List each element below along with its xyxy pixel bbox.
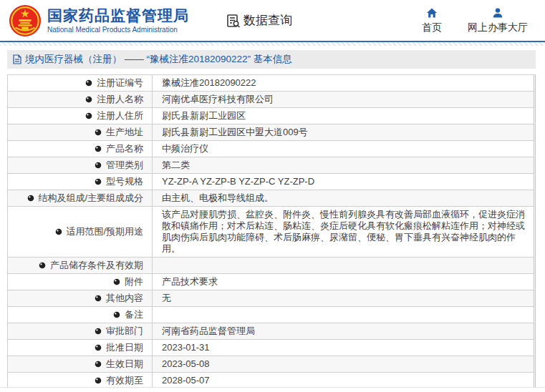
row-label-text: 注册证编号 [97,77,143,88]
row-value: 尉氏县新尉工业园区 [153,108,535,124]
note-icon [95,361,102,368]
nav-item-label: 首页 [422,21,442,34]
row-label-text: 附件 [125,276,143,287]
nav-item-label: 网上办事大厅 [468,21,528,34]
national-emblem-logo [9,4,42,37]
row-value [153,307,535,323]
data-query-icon [226,14,241,28]
row-label: 批准日期 [8,340,153,356]
row-value: 中频治疗仪 [153,141,535,157]
row-label-text: 生效日期 [106,358,143,369]
row-label: 产品储存条件及有效期 [8,258,153,274]
table-row: 其他内容 无 [8,290,535,307]
row-label: 注册证编号 [8,75,153,92]
top-nav: 首页 网上办事大厅 [422,7,535,34]
row-value: 产品技术要求 [153,274,535,290]
row-label: 型号规格 [8,174,153,190]
row-label: 适用范围/预期用途 [8,207,153,258]
top-bar: 国家药品监督管理局 National Medical Products Admi… [0,0,545,41]
nav-item-service-hall[interactable]: 网上办事大厅 [468,7,528,34]
row-label-text: 型号规格 [106,176,143,187]
section-title-bar: 境内医疗器械（注册） —— “豫械注准20182090222” 基本信息 [7,50,536,69]
note-icon [85,96,92,103]
row-label-text: 批准日期 [106,342,143,353]
table-row: 注册人名称 河南优卓医疗科技有限公司 [8,92,535,108]
row-label-text: 生产地址 [106,127,143,137]
row-value: 该产品对腰肌劳损、盆腔炎、附件炎、慢性前列腺炎具有改善局部血液循环，促进炎症消散… [153,207,535,258]
row-value: 河南优卓医疗科技有限公司 [153,92,535,108]
note-icon [95,162,102,169]
note-icon [95,328,102,335]
row-label-text: 适用范围/预期用途 [66,226,143,237]
table-row: 注册人住所 尉氏县新尉工业园区 [8,108,535,124]
note-icon [85,79,92,87]
row-label: 其他内容 [8,290,153,307]
row-label-text: 其他内容 [106,293,143,303]
org-name-cn: 国家药品监督管理局 [47,7,189,24]
document-icon [13,54,21,64]
note-icon [85,112,92,119]
table-row: 产品储存条件及有效期 [8,258,535,274]
note-icon [55,228,62,235]
row-label: 注册人名称 [8,92,153,108]
table-row: 批准日期 2023-01-31 [8,340,535,356]
row-label-text: 产品储存条件及有效期 [50,260,143,270]
note-icon [95,178,102,185]
note-icon [95,129,102,136]
row-label: 备注 [8,307,153,323]
row-value: YZ-ZP-A YZ-ZP-B YZ-ZP-C YZ-ZP-D [153,174,535,190]
table-row: 产品名称 中频治疗仪 [8,141,535,157]
note-icon [95,344,102,351]
info-table: 注册证编号 豫械注准20182090222 注册人名称 河南优卓医疗科技有限公司… [7,74,536,392]
org-title-block: 国家药品监督管理局 National Medical Products Admi… [47,7,189,34]
note-icon [95,295,102,302]
row-label: 生产地址 [8,124,153,141]
home-icon [426,7,438,19]
table-row: 结构及组成/主要组成成分 由主机、电极和导线组成。 [8,190,535,207]
row-value [153,258,535,274]
row-label: 附件 [8,274,153,290]
row-label: 生效日期 [8,356,153,373]
note-icon [95,377,102,384]
table-row: 生效日期 2023-05-08 [8,356,535,373]
row-value: 2023-01-31 [153,340,535,356]
row-label: 产品名称 [8,141,153,157]
table-row: 附件 产品技术要求 [8,274,535,290]
table-row: 型号规格 YZ-ZP-A YZ-ZP-B YZ-ZP-C YZ-ZP-D [8,174,535,190]
table-row: 生产地址 尉氏县新尉工业园区中盟大道009号 [8,124,535,141]
table-row: 审批部门 河南省药品监督管理局 [8,323,535,340]
row-label-text: 有效期至 [106,375,143,386]
footer-strip [0,387,545,392]
row-value: 由主机、电极和导线组成。 [153,190,535,207]
row-label-text: 审批部门 [106,325,143,336]
page-title: 境内医疗器械（注册） —— “豫械注准20182090222” 基本信息 [25,53,292,66]
row-value: 尉氏县新尉工业园区中盟大道009号 [153,124,535,141]
row-label-text: 备注 [125,309,143,320]
nav-item-home[interactable]: 首页 [422,7,442,34]
row-label: 管理类别 [8,157,153,174]
user-icon [492,7,503,19]
row-value: 无 [153,290,535,307]
row-label: 结构及组成/主要组成成分 [8,190,153,207]
table-row: 适用范围/预期用途 该产品对腰肌劳损、盆腔炎、附件炎、慢性前列腺炎具有改善局部血… [8,207,535,258]
row-label-text: 管理类别 [106,160,143,170]
row-label-text: 注册人名称 [97,94,143,104]
row-label-text: 注册人住所 [97,110,143,121]
table-row: 管理类别 第二类 [8,157,535,174]
row-value: 豫械注准20182090222 [153,75,535,92]
data-query-button[interactable]: 数据查询 [226,12,292,29]
data-query-label: 数据查询 [243,12,292,29]
row-value: 2023-05-08 [153,356,535,373]
note-icon [113,311,120,318]
row-label: 审批部门 [8,323,153,340]
table-row: 注册证编号 豫械注准20182090222 [8,75,535,92]
row-value: 河南省药品监督管理局 [153,323,535,340]
main-content: 境内医疗器械（注册） —— “豫械注准20182090222” 基本信息 注册证… [0,46,545,392]
table-row: 备注 [8,307,535,323]
row-label-text: 产品名称 [106,143,143,154]
note-icon [27,195,34,202]
org-name-en: National Medical Products Administration [47,26,189,34]
row-label-text: 结构及组成/主要组成成分 [38,192,143,203]
note-icon [39,262,46,269]
row-value: 第二类 [153,157,535,174]
